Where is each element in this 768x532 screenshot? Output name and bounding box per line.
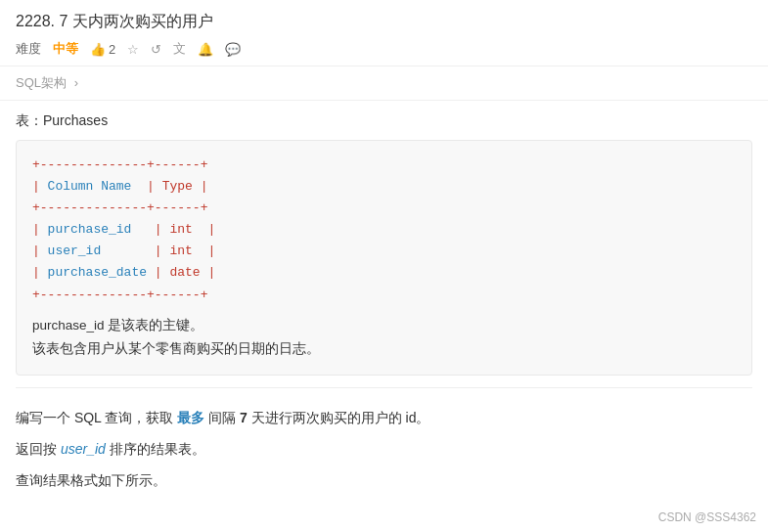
schema-desc-2: 该表包含用户从某个零售商购买的日期的日志。: [32, 337, 736, 361]
comment-button[interactable]: 💬: [225, 42, 241, 57]
bell-icon: 🔔: [198, 42, 213, 57]
page-title: 2228. 7 天内两次购买的用户: [16, 12, 752, 32]
breadcrumb-parent[interactable]: SQL架构: [16, 75, 67, 90]
star-button[interactable]: ☆: [127, 42, 139, 57]
q1-prefix: 编写一个 SQL 查询，获取: [16, 410, 177, 425]
schema-desc-1: purchase_id 是该表的主键。: [32, 314, 736, 337]
translate-button[interactable]: 文: [173, 40, 186, 58]
section-divider: [16, 387, 752, 388]
question-line2: 返回按 user_id 排序的结果表。: [16, 435, 752, 463]
schema-line-7: +--------------+------+: [32, 285, 736, 306]
question-section: 编写一个 SQL 查询，获取 最多 间隔 7 天进行两次购买的用户的 id。 返…: [16, 404, 752, 494]
like-count: 2: [109, 42, 115, 57]
table-prefix: 表：: [16, 112, 43, 128]
q2-prefix: 返回按: [16, 441, 61, 457]
like-icon: 👍: [90, 42, 106, 57]
q1-middle: 间隔: [204, 410, 240, 425]
schema-line-6: | purchase_date | date |: [32, 262, 736, 284]
q1-suffix: 天进行两次购买的用户的 id。: [248, 410, 430, 425]
schema-line-1: +--------------+------+: [32, 155, 736, 176]
page-footer: CSDN @SSS4362: [658, 510, 756, 524]
q1-bold: 最多: [177, 410, 204, 425]
table-label: 表：Purchases: [16, 112, 752, 130]
comment-icon: 💬: [225, 42, 241, 57]
question-line1: 编写一个 SQL 查询，获取 最多 间隔 7 天进行两次购买的用户的 id。: [16, 404, 752, 431]
schema-line-4: | purchase_id | int |: [32, 219, 736, 241]
refresh-button[interactable]: ↺: [151, 42, 161, 57]
q2-suffix: 排序的结果表。: [106, 441, 205, 457]
schema-line-3: +--------------+------+: [32, 198, 736, 219]
meta-row: 难度 中等 👍 2 ☆ ↺ 文 🔔 💬: [16, 40, 752, 58]
q2-italic: user_id: [61, 441, 106, 457]
bell-button[interactable]: 🔔: [198, 42, 213, 57]
difficulty-value: 中等: [53, 40, 78, 58]
q1-num: 7: [240, 410, 248, 425]
footer-text: CSDN @SSS4362: [658, 510, 756, 524]
star-icon: ☆: [127, 42, 139, 57]
difficulty-label: 难度: [16, 40, 41, 58]
page-header: 2228. 7 天内两次购买的用户 难度 中等 👍 2 ☆ ↺ 文 🔔 💬: [0, 0, 768, 66]
table-name: Purchases: [43, 112, 108, 128]
schema-desc: purchase_id 是该表的主键。 该表包含用户从某个零售商购买的日期的日志…: [32, 314, 736, 362]
refresh-icon: ↺: [151, 42, 161, 57]
translate-icon: 文: [173, 40, 186, 58]
schema-line-2: | Column Name | Type |: [32, 176, 736, 198]
question-line3: 查询结果格式如下所示。: [16, 466, 752, 494]
schema-line-5: | user_id | int |: [32, 241, 736, 262]
breadcrumb: SQL架构 ›: [0, 66, 768, 101]
main-content: 表：Purchases +--------------+------+ | Co…: [0, 101, 768, 510]
schema-box: +--------------+------+ | Column Name | …: [16, 140, 752, 376]
breadcrumb-separator: ›: [74, 75, 78, 90]
like-button[interactable]: 👍 2: [90, 42, 115, 57]
